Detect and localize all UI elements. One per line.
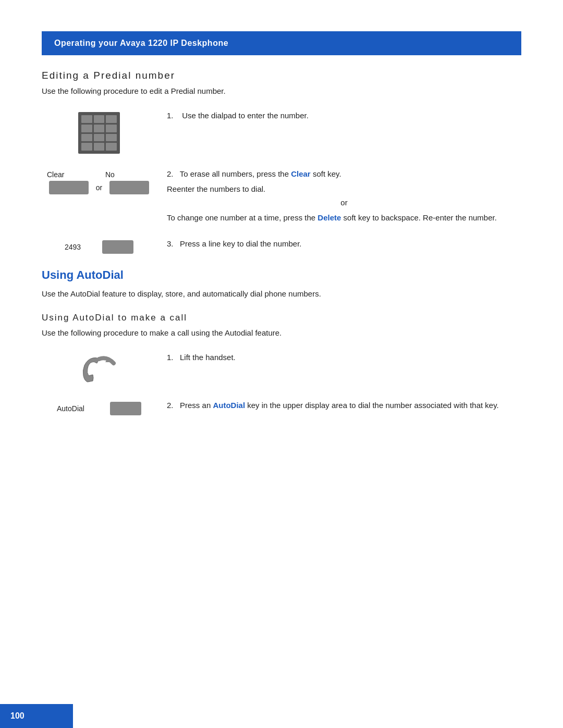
step2-left: Clear No or bbox=[42, 168, 156, 194]
step1-text: 1. Use the dialpad to enter the number. bbox=[167, 110, 521, 122]
editing-heading: Editing a Predial number bbox=[42, 70, 521, 81]
no-key-label: No bbox=[105, 170, 145, 179]
autodial-step2-text-after: key in the upper display area to dial th… bbox=[245, 401, 499, 410]
autodial-heading: Using AutoDial bbox=[42, 268, 521, 282]
autodial-step2-right: 2. Press an AutoDial key in the upper di… bbox=[156, 400, 521, 412]
dialpad-key bbox=[81, 134, 92, 142]
autodial-intro: Use the AutoDial feature to display, sto… bbox=[42, 288, 521, 300]
clear-key-label: Clear bbox=[47, 170, 87, 179]
no-soft-key-button[interactable] bbox=[109, 181, 149, 194]
autodial-key-label: AutoDial bbox=[57, 404, 104, 413]
step2-text2-before: To change one number at a time, press th… bbox=[167, 213, 317, 222]
dialpad-key bbox=[81, 125, 92, 132]
dialpad-key bbox=[94, 115, 105, 123]
step1-left bbox=[42, 110, 156, 154]
step2-number: 2. bbox=[167, 169, 174, 178]
step3-area: 2493 3. Press a line key to dial the num… bbox=[42, 238, 521, 254]
step2-or: or bbox=[167, 197, 521, 209]
dialpad-key bbox=[94, 125, 105, 132]
autodial-step1-text: 1. Lift the handset. bbox=[167, 352, 521, 364]
step2-text: 2. To erase all numbers, press the Clear… bbox=[167, 168, 521, 180]
autodial-step2-left: AutoDial bbox=[42, 400, 156, 415]
dialpad-key bbox=[106, 134, 117, 142]
autodial-step1-area: 1. Lift the handset. bbox=[42, 352, 521, 385]
step1-description: Use the dialpad to enter the number. bbox=[182, 111, 309, 120]
step3-number: 3. bbox=[167, 239, 174, 248]
autodial-key-button[interactable] bbox=[110, 402, 141, 415]
step3-description: Press a line key to dial the number. bbox=[180, 239, 301, 248]
step2-delete-highlight: Delete bbox=[317, 213, 341, 222]
autodial-step2-text: 2. Press an AutoDial key in the upper di… bbox=[167, 400, 521, 412]
autodial-step1-description: Lift the handset. bbox=[180, 353, 236, 362]
page-number: 100 bbox=[10, 711, 25, 720]
page-footer: 100 bbox=[0, 704, 73, 728]
step2-text2: To change one number at a time, press th… bbox=[167, 212, 521, 224]
step2-clear-highlight: Clear bbox=[291, 169, 311, 178]
step3-left: 2493 bbox=[42, 238, 156, 254]
step1-right: 1. Use the dialpad to enter the number. bbox=[156, 110, 521, 122]
dialpad-key bbox=[94, 143, 105, 151]
autodial-step2-text-before: Press an bbox=[180, 401, 213, 410]
autodial-subsection-heading: Using AutoDial to make a call bbox=[42, 313, 521, 323]
step3-text: 3. Press a line key to dial the number. bbox=[167, 238, 521, 250]
autodial-step1-right: 1. Lift the handset. bbox=[156, 352, 521, 364]
header-title: Operating your Avaya 1220 IP Deskphone bbox=[54, 39, 228, 47]
step2-text-before: To erase all numbers, press the bbox=[180, 169, 291, 178]
dialpad-key bbox=[81, 115, 92, 123]
dialpad-key bbox=[106, 143, 117, 151]
dialpad-key bbox=[81, 143, 92, 151]
autodial-step2-number: 2. bbox=[167, 401, 174, 410]
autodial-section: Using AutoDial Use the AutoDial feature … bbox=[42, 268, 521, 415]
step1-number: 1. bbox=[167, 111, 174, 120]
line-key-number-label: 2493 bbox=[65, 243, 96, 251]
handset-icon bbox=[76, 354, 123, 385]
line-key-row: 2493 bbox=[65, 240, 133, 254]
soft-key-labels-row: Clear No bbox=[42, 170, 156, 179]
autodial-step2-area: AutoDial 2. Press an AutoDial key in the… bbox=[42, 400, 521, 415]
editing-section: Editing a Predial number Use the followi… bbox=[42, 70, 521, 254]
step2-area: Clear No or 2. To erase all numbers, pre… bbox=[42, 168, 521, 224]
step1-area: 1. Use the dialpad to enter the number. bbox=[42, 110, 521, 154]
or-label: or bbox=[96, 183, 102, 192]
autodial-step2-highlight: AutoDial bbox=[213, 401, 245, 410]
header-bar: Operating your Avaya 1220 IP Deskphone bbox=[42, 31, 521, 55]
step2-right: 2. To erase all numbers, press the Clear… bbox=[156, 168, 521, 224]
soft-keys-row: or bbox=[49, 181, 149, 194]
editing-intro: Use the following procedure to edit a Pr… bbox=[42, 87, 521, 95]
step3-right: 3. Press a line key to dial the number. bbox=[156, 238, 521, 250]
autodial-key-row: AutoDial bbox=[57, 402, 141, 415]
clear-soft-key-button[interactable] bbox=[49, 181, 89, 194]
autodial-step1-number: 1. bbox=[167, 353, 174, 362]
step2-reenter: Reenter the numbers to dial. bbox=[167, 183, 521, 195]
dialpad-key bbox=[94, 134, 105, 142]
autodial-subsection-intro: Use the following procedure to make a ca… bbox=[42, 328, 521, 337]
handset-svg bbox=[78, 355, 120, 384]
dialpad-key bbox=[106, 115, 117, 123]
dialpad-key bbox=[106, 125, 117, 132]
autodial-step1-left bbox=[42, 352, 156, 385]
step2-text-after: soft key. bbox=[311, 169, 341, 178]
line-key-button[interactable] bbox=[102, 240, 133, 254]
dialpad-image bbox=[78, 112, 120, 154]
step2-text2-after: soft key to backspace. Re-enter the numb… bbox=[341, 213, 497, 222]
